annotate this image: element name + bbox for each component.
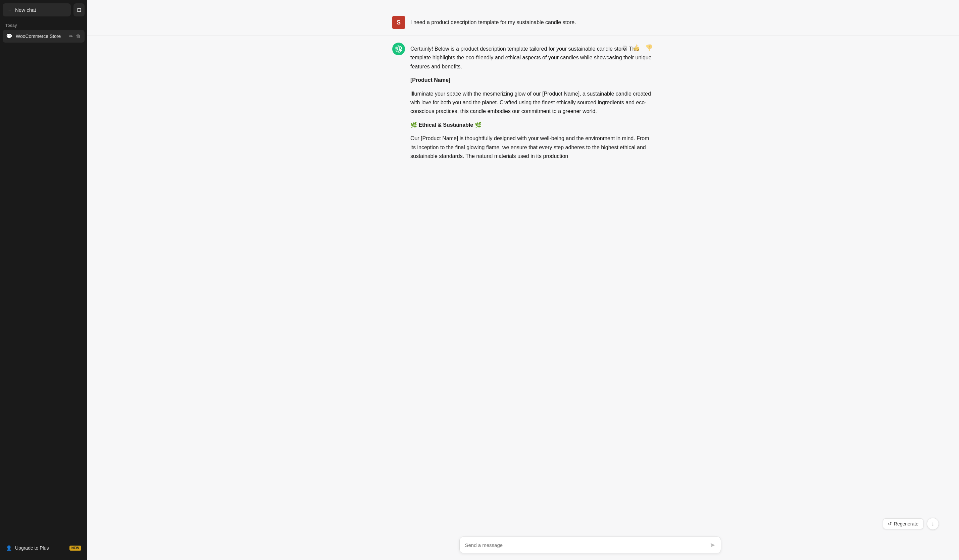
- user-avatar: S: [392, 16, 405, 29]
- copy-button[interactable]: ⧉: [621, 43, 628, 52]
- user-icon: 👤: [6, 545, 12, 550]
- toggle-sidebar-button[interactable]: ⊡: [73, 3, 84, 16]
- sidebar-bottom: 👤 Upgrade to Plus NEW: [3, 539, 84, 557]
- sidebar-top: ＋ New chat ⊡: [3, 3, 84, 16]
- thumbs-up-button[interactable]: 👍: [631, 43, 641, 52]
- ai-message-content: Certainly! Below is a product descriptio…: [410, 43, 654, 161]
- toggle-icon: ⊡: [77, 7, 81, 13]
- chat-icon: 💬: [6, 33, 13, 39]
- sidebar: ＋ New chat ⊡ Today 💬 WooCommerce Store ✏…: [0, 0, 87, 560]
- chat-messages: S I need a product description template …: [87, 0, 959, 560]
- user-message-content: I need a product description template fo…: [410, 16, 654, 29]
- main-content: S I need a product description template …: [87, 0, 959, 560]
- thumbs-down-button[interactable]: 👎: [644, 43, 654, 52]
- ai-message-actions: ⧉ 👍 👎: [621, 43, 654, 52]
- message-input[interactable]: [465, 542, 710, 548]
- message-input-box: ➤: [459, 536, 721, 553]
- upgrade-to-plus-button[interactable]: 👤 Upgrade to Plus NEW: [3, 542, 84, 554]
- scroll-to-bottom-button[interactable]: ↓: [927, 518, 939, 530]
- new-chat-button[interactable]: ＋ New chat: [3, 3, 71, 16]
- edit-chat-button[interactable]: ✏: [68, 33, 74, 40]
- scroll-down-icon: ↓: [932, 521, 934, 527]
- regenerate-area: ↺ Regenerate ↓: [883, 518, 939, 530]
- chat-item-woocommerce[interactable]: 💬 WooCommerce Store ✏ 🗑: [3, 30, 84, 43]
- today-section-label: Today: [3, 22, 84, 30]
- input-area: ➤: [439, 533, 741, 560]
- regenerate-button[interactable]: ↺ Regenerate: [883, 519, 924, 529]
- ai-message: Certainly! Below is a product descriptio…: [372, 36, 674, 167]
- send-icon: ➤: [710, 541, 715, 549]
- chat-item-title: WooCommerce Store: [16, 33, 65, 39]
- send-button[interactable]: ➤: [710, 541, 715, 549]
- regenerate-label: Regenerate: [894, 521, 918, 527]
- chat-item-actions: ✏ 🗑: [68, 33, 81, 40]
- new-badge: NEW: [70, 546, 81, 550]
- delete-chat-button[interactable]: 🗑: [75, 33, 81, 40]
- user-message: S I need a product description template …: [372, 10, 674, 35]
- ai-avatar: [392, 43, 405, 55]
- regenerate-icon: ↺: [888, 521, 892, 527]
- new-chat-label: New chat: [15, 7, 36, 13]
- upgrade-label: Upgrade to Plus: [15, 545, 49, 550]
- plus-icon: ＋: [7, 7, 13, 13]
